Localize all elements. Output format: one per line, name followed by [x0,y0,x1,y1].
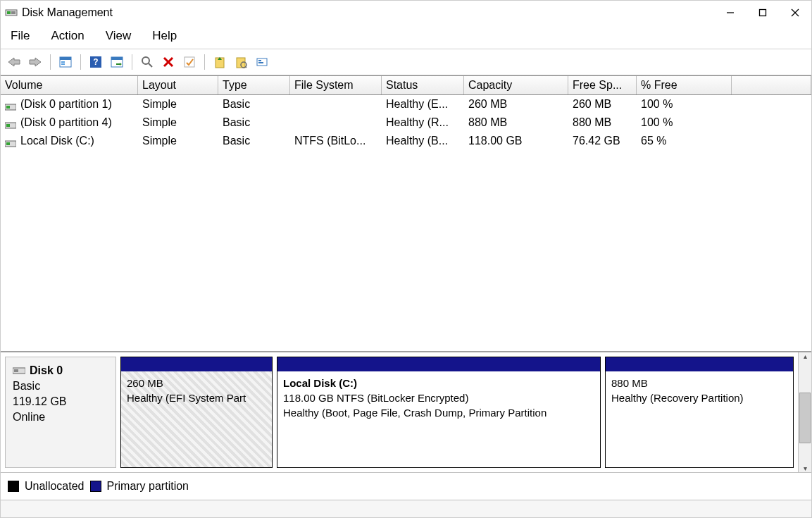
detach-vhd-icon[interactable] [253,53,271,71]
partition-line2: Healthy (Boot, Page File, Crash Dump, Pr… [283,405,594,420]
disk-name: Disk 0 [30,364,63,376]
volume-layout: Simple [138,98,218,111]
refresh-icon[interactable] [108,53,126,71]
svg-rect-30 [258,60,261,61]
partition[interactable]: 260 MBHealthy (EFI System Part [120,357,273,468]
volume-layout: Simple [138,135,218,147]
help-icon[interactable]: ? [87,53,105,71]
svg-rect-11 [61,61,65,63]
svg-rect-10 [60,57,71,60]
svg-rect-39 [14,369,18,372]
column-spacer [732,76,811,94]
properties-icon[interactable] [180,53,199,71]
create-vhd-icon[interactable] [211,53,229,71]
svg-point-19 [142,57,149,64]
column-capacity[interactable]: Capacity [464,76,568,94]
svg-marker-7 [8,58,20,66]
volume-row[interactable]: (Disk 0 partition 4)SimpleBasicHealthy (… [1,113,811,132]
menu-action[interactable]: Action [48,27,87,44]
status-bar [1,500,811,517]
volume-pct: 100 % [637,98,732,111]
partition-line1: 880 MB [611,376,787,390]
disk-state: Online [13,411,45,423]
partition-title: Local Disk (C:) [283,376,594,390]
volume-name: (Disk 0 partition 1) [20,98,112,111]
back-button[interactable] [5,53,23,71]
menu-help[interactable]: Help [149,27,180,44]
forward-button[interactable] [26,53,44,71]
show-hide-console-tree-icon[interactable] [56,53,75,71]
partition-line1: 118.00 GB NTFS (BitLocker Encrypted) [283,390,594,405]
partition-colorbar [121,357,272,371]
partition-colorbar [277,357,600,371]
svg-rect-16 [111,57,123,60]
partition-line1: 260 MB [127,376,266,390]
volume-type: Basic [218,116,290,129]
volume-layout: Simple [138,116,218,129]
column-volume[interactable]: Volume [1,76,138,94]
window-title: Disk Management [22,6,113,19]
volume-free: 76.42 GB [568,135,637,147]
legend-unallocated: Unallocated [25,480,85,493]
swatch-unallocated-icon [8,481,19,492]
attach-vhd-icon[interactable] [232,53,250,71]
svg-rect-4 [760,10,766,16]
volume-status: Healthy (R... [382,116,464,129]
partition[interactable]: 880 MBHealthy (Recovery Partition) [605,357,794,468]
volume-capacity: 880 MB [464,116,568,129]
partition-line2: Healthy (EFI System Part [127,390,266,405]
volume-list-header: Volume Layout Type File System Status Ca… [1,76,811,95]
svg-rect-37 [6,142,10,145]
volume-list: Volume Layout Type File System Status Ca… [1,75,811,351]
volume-pct: 65 % [637,135,732,147]
disk-management-window: Disk Management File Action View Help ? [0,0,812,518]
column-type[interactable]: Type [218,76,290,94]
volume-free: 880 MB [568,116,637,129]
legend: Unallocated Primary partition [1,472,811,500]
column-layout[interactable]: Layout [138,76,218,94]
volume-pct: 100 % [637,116,732,129]
disk-type: Basic [13,380,40,392]
svg-rect-31 [258,62,263,63]
volume-icon [5,101,16,108]
volume-name: (Disk 0 partition 4) [20,116,112,129]
column-freespace[interactable]: Free Sp... [568,76,637,94]
partition-line2: Healthy (Recovery Partition) [611,390,787,405]
svg-rect-33 [6,106,10,109]
svg-rect-23 [185,57,194,67]
volume-row[interactable]: Local Disk (C:)SimpleBasicNTFS (BitLo...… [1,132,811,150]
rescan-disks-icon[interactable] [138,53,156,71]
column-status[interactable]: Status [382,76,464,94]
menu-view[interactable]: View [103,27,135,44]
partition-colorbar [606,357,793,371]
legend-primary: Primary partition [107,480,189,493]
svg-rect-35 [6,124,10,127]
close-button[interactable] [779,1,811,25]
disk-map: Disk 0 Basic 119.12 GB Online 260 MBHeal… [1,351,811,472]
column-filesystem[interactable]: File System [290,76,382,94]
menu-file[interactable]: File [8,27,32,44]
volume-row[interactable]: (Disk 0 partition 1)SimpleBasicHealthy (… [1,95,811,113]
volume-icon [5,119,16,126]
scroll-thumb[interactable] [799,393,811,443]
swatch-primary-icon [90,481,101,492]
toolbar: ? [1,49,811,75]
volume-free: 260 MB [568,98,637,111]
disk-header[interactable]: Disk 0 Basic 119.12 GB Online [5,357,116,468]
volume-capacity: 118.00 GB [464,135,568,147]
maximize-button[interactable] [747,1,779,25]
svg-rect-2 [11,11,15,14]
volume-type: Basic [218,135,290,147]
partition[interactable]: Local Disk (C:)118.00 GB NTFS (BitLocker… [277,357,601,468]
disk-map-scrollbar[interactable]: ▴ ▾ [798,352,811,472]
volume-name: Local Disk (C:) [20,135,94,147]
minimize-button[interactable] [714,1,747,25]
svg-rect-12 [61,63,65,65]
volume-fs: NTFS (BitLo... [290,135,382,147]
scroll-up-icon[interactable]: ▴ [804,352,807,360]
delete-icon[interactable] [159,53,177,71]
column-pctfree[interactable]: % Free [637,76,732,94]
scroll-down-icon[interactable]: ▾ [804,464,807,472]
svg-line-20 [149,63,152,67]
disk-capacity: 119.12 GB [13,395,67,407]
